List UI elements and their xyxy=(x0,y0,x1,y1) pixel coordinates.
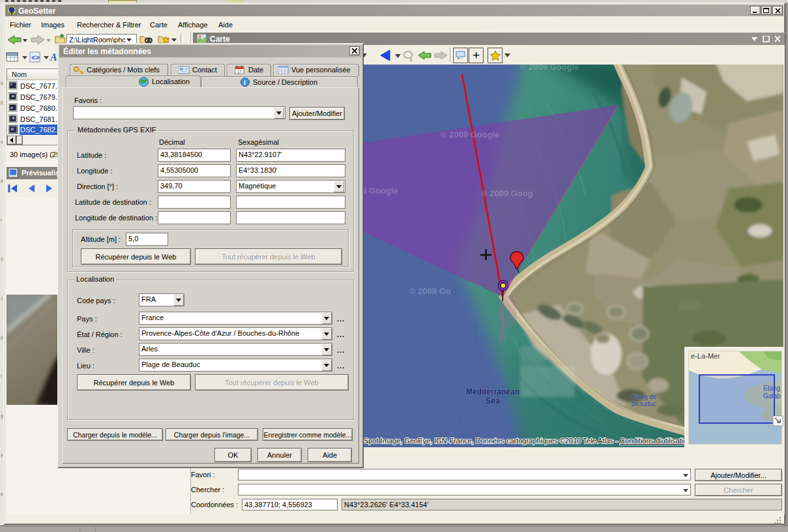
svg-text:Etang: Etang xyxy=(763,385,780,392)
svg-text:<>: <> xyxy=(31,53,40,61)
svg-text:17: 17 xyxy=(237,70,242,74)
svg-text:beauduc: beauduc xyxy=(632,400,656,407)
svg-text:Spot Image, GeoEye, IGN-France: Spot Image, GeoEye, IGN-France, Données … xyxy=(364,437,691,445)
svg-text:e-La-Mer: e-La-Mer xyxy=(691,352,720,360)
svg-text:Mediterranean: Mediterranean xyxy=(466,387,519,396)
svg-text:© 2009 Google: © 2009 Google xyxy=(441,130,500,140)
svg-text:© 2009 Go: © 2009 Go xyxy=(409,286,451,296)
svg-text:A: A xyxy=(50,52,57,63)
svg-text:Sea: Sea xyxy=(486,396,500,406)
svg-text:l: l xyxy=(1,374,2,379)
svg-text:r: r xyxy=(1,218,3,222)
svg-text:© 2009 Goog: © 2009 Goog xyxy=(481,188,533,198)
svg-text:Galab: Galab xyxy=(763,392,781,400)
svg-text:© 2009 Google: © 2009 Google xyxy=(520,65,579,72)
svg-text:etang de: etang de xyxy=(632,393,657,400)
svg-text:i: i xyxy=(244,79,246,86)
